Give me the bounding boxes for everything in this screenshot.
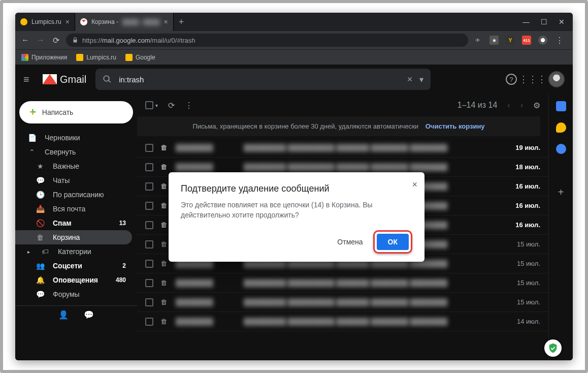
shield-check-icon xyxy=(547,343,559,354)
dialog-body: Это действие повлияет на все цепочки (14… xyxy=(181,200,412,220)
dialog-close-icon[interactable]: × xyxy=(412,179,417,190)
ok-button[interactable]: ОК xyxy=(377,234,409,250)
ok-highlight: ОК xyxy=(373,230,412,254)
dialog-title: Подтвердите удаление сообщений xyxy=(181,183,412,194)
confirm-dialog: × Подтвердите удаление сообщений Это дей… xyxy=(169,172,424,262)
browser-window: Lumpics.ru × Корзина - ████@████ × + — ☐… xyxy=(15,13,573,360)
security-badge[interactable] xyxy=(544,339,562,357)
cancel-button[interactable]: Отмена xyxy=(330,234,370,250)
